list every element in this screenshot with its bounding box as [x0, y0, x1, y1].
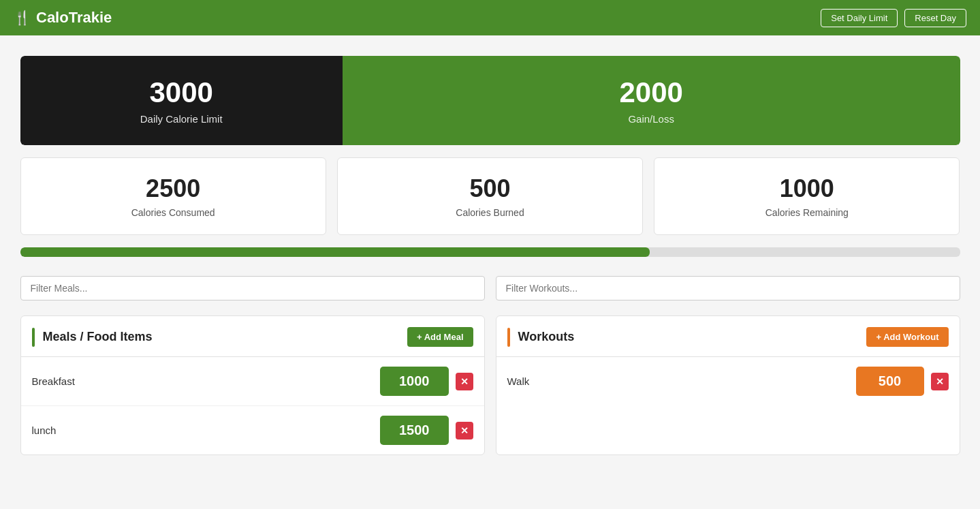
workouts-column: Workouts + Add Workout Walk 500 ✕: [496, 315, 960, 455]
meals-column: Meals / Food Items + Add Meal Breakfast …: [20, 315, 485, 455]
workout-calorie-badge: 500: [856, 367, 924, 396]
meal-name: Breakfast: [32, 375, 75, 387]
progress-bar-fill: [20, 247, 650, 257]
workouts-section-header: Workouts + Add Workout: [496, 316, 960, 357]
add-workout-button[interactable]: + Add Workout: [866, 327, 948, 347]
filter-meals-input[interactable]: [20, 276, 485, 300]
calories-remaining-number: 1000: [668, 174, 945, 203]
calories-remaining-card: 1000 Calories Remaining: [654, 157, 960, 235]
calories-burned-number: 500: [351, 174, 629, 203]
header-buttons: Set Daily Limit Reset Day: [821, 9, 966, 27]
calories-remaining-label: Calories Remaining: [668, 207, 945, 218]
calories-burned-card: 500 Calories Burned: [337, 157, 643, 235]
fork-knife-icon: 🍴: [14, 10, 31, 26]
delete-meal-button[interactable]: ✕: [456, 422, 473, 439]
workout-name: Walk: [507, 375, 530, 387]
small-stats-row: 2500 Calories Consumed 500 Calories Burn…: [20, 157, 960, 235]
table-row: Breakfast 1000 ✕: [21, 357, 484, 406]
gain-loss-card: 2000 Gain/Loss: [343, 56, 960, 145]
meals-list: Breakfast 1000 ✕ lunch 1500 ✕: [21, 357, 484, 454]
workouts-list: Walk 500 ✕: [496, 357, 960, 405]
workouts-section-title: Workouts: [518, 330, 575, 344]
calories-consumed-number: 2500: [35, 174, 312, 203]
calories-consumed-label: Calories Consumed: [35, 207, 312, 218]
app-title: CaloTrakie: [36, 9, 112, 27]
meals-section-title: Meals / Food Items: [43, 330, 153, 344]
meals-title-wrapper: Meals / Food Items: [32, 328, 153, 347]
delete-meal-button[interactable]: ✕: [456, 373, 473, 390]
meal-calorie-badge: 1000: [380, 367, 449, 396]
daily-limit-label: Daily Calorie Limit: [34, 113, 329, 125]
calories-consumed-card: 2500 Calories Consumed: [20, 157, 326, 235]
workout-item-right: 500 ✕: [856, 367, 949, 396]
workouts-accent-bar: [507, 328, 510, 347]
reset-day-button[interactable]: Reset Day: [904, 9, 966, 27]
workouts-title-wrapper: Workouts: [507, 328, 575, 347]
meals-accent-bar: [32, 328, 35, 347]
content-columns: Meals / Food Items + Add Meal Breakfast …: [20, 315, 960, 455]
app-logo: 🍴 CaloTrakie: [14, 9, 112, 27]
meal-calorie-badge: 1500: [380, 416, 449, 445]
calories-burned-label: Calories Burned: [351, 207, 629, 218]
filter-workouts-input[interactable]: [496, 276, 960, 300]
meals-section-header: Meals / Food Items + Add Meal: [21, 316, 484, 357]
set-daily-limit-button[interactable]: Set Daily Limit: [821, 9, 898, 27]
meal-item-right: 1500 ✕: [380, 416, 473, 445]
gain-loss-label: Gain/Loss: [356, 113, 947, 125]
table-row: Walk 500 ✕: [496, 357, 960, 405]
meal-item-right: 1000 ✕: [380, 367, 473, 396]
main-content: 3000 Daily Calorie Limit 2000 Gain/Loss …: [7, 35, 974, 469]
delete-workout-button[interactable]: ✕: [931, 373, 949, 390]
table-row: lunch 1500 ✕: [21, 406, 484, 454]
top-stats-row: 3000 Daily Calorie Limit 2000 Gain/Loss: [20, 56, 960, 145]
daily-limit-number: 3000: [34, 76, 329, 109]
app-header: 🍴 CaloTrakie Set Daily Limit Reset Day: [0, 0, 980, 35]
meal-name: lunch: [32, 425, 57, 436]
progress-bar-container: [20, 247, 960, 257]
gain-loss-number: 2000: [356, 76, 947, 109]
add-meal-button[interactable]: + Add Meal: [407, 327, 473, 347]
filter-row: [20, 276, 960, 300]
daily-limit-card: 3000 Daily Calorie Limit: [20, 56, 343, 145]
